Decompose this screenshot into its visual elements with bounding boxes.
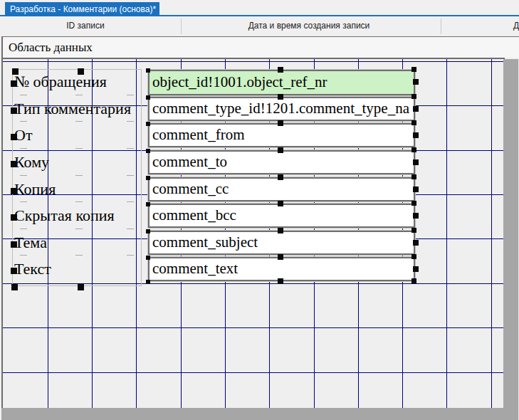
field-selection-handle[interactable] [413, 266, 419, 272]
column-header-clipped[interactable]: Д [513, 21, 519, 31]
label-outline-tick[interactable] [75, 229, 83, 229]
label-selection-handle[interactable] [11, 241, 17, 248]
label-outline-tick[interactable] [75, 95, 83, 95]
label-panel-handle[interactable] [78, 284, 84, 290]
field-selection-handle[interactable] [278, 67, 283, 73]
field-selection-handle[interactable] [146, 229, 150, 233]
field-selection-handle[interactable] [411, 94, 416, 99]
label-outline-tick[interactable] [20, 121, 27, 122]
field-comment-subject[interactable]: comment_subject [148, 231, 415, 255]
field-comment-bcc[interactable]: comment_bcc [148, 204, 415, 228]
field-selection-handle[interactable] [146, 149, 150, 153]
form-designer-window: Разработка - Комментарии (основа)* ID за… [0, 0, 519, 420]
field-selection-handle[interactable] [413, 213, 419, 219]
column-header-record-created[interactable]: Дата и время создания записи [202, 21, 416, 31]
tab-underline [0, 15, 519, 16]
field-selection-handle[interactable] [411, 147, 416, 152]
data-area-title: Область данных [1, 36, 519, 58]
label-selection-handle[interactable] [11, 107, 17, 114]
label-outline-tick[interactable] [75, 121, 83, 122]
field-selection-handle[interactable] [413, 159, 419, 165]
grid-line-horizontal [3, 372, 505, 373]
field-selection-handle[interactable] [146, 68, 150, 73]
field-selection-handle[interactable] [413, 106, 419, 112]
label-panel-handle[interactable] [78, 68, 84, 75]
field-selection-handle[interactable] [413, 79, 419, 85]
field-selection-handle[interactable] [413, 187, 419, 192]
grid-line-horizontal [3, 327, 505, 328]
field-label[interactable]: Кому [14, 152, 141, 173]
field-selection-handle[interactable] [411, 67, 416, 72]
field-comment-to[interactable]: comment_to [148, 150, 415, 174]
field-label[interactable]: Текст [14, 258, 141, 280]
field-selection-handle[interactable] [411, 278, 416, 283]
label-selection-handle[interactable] [11, 268, 17, 274]
label-outline-tick[interactable] [20, 201, 27, 202]
field-selection-handle[interactable] [278, 228, 283, 233]
field-comment-cc[interactable]: comment_cc [148, 177, 415, 201]
field-selection-handle[interactable] [146, 176, 150, 180]
label-outline-tick[interactable] [20, 148, 27, 149]
grid-line-horizontal [3, 61, 505, 62]
grid-line-vertical [446, 59, 447, 408]
label-outline-tick[interactable] [75, 255, 83, 256]
field-selection-handle[interactable] [146, 95, 150, 100]
horizontal-scrollbar[interactable] [1, 408, 519, 420]
column-separator-1 [181, 19, 182, 34]
label-outline-tick[interactable] [127, 201, 134, 202]
field-label[interactable]: Тип комментария [14, 98, 141, 120]
field-selection-handle[interactable] [411, 120, 416, 125]
field-label[interactable]: Копия [14, 179, 141, 200]
label-outline-tick[interactable] [127, 175, 134, 176]
field-selection-handle[interactable] [411, 228, 416, 233]
field-comment-from[interactable]: comment_from [148, 123, 415, 147]
label-outline-tick[interactable] [127, 255, 134, 256]
label-outline-tick[interactable] [75, 201, 83, 202]
label-panel-handle[interactable] [12, 68, 19, 75]
field-selection-handle[interactable] [278, 120, 283, 126]
label-outline-tick[interactable] [20, 95, 27, 95]
field-selection-handle[interactable] [278, 278, 283, 284]
field-selection-handle[interactable] [146, 202, 150, 206]
label-outline-tick[interactable] [20, 255, 27, 256]
label-selection-handle[interactable] [11, 214, 17, 221]
field-label[interactable]: От [14, 125, 141, 146]
field-comment-type[interactable]: comment_type_id!1201.comment_type_na [148, 97, 415, 121]
label-outline-tick[interactable] [127, 95, 134, 95]
label-outline-tick[interactable] [75, 148, 83, 149]
label-outline-tick[interactable] [127, 148, 134, 149]
field-selection-handle[interactable] [411, 174, 416, 179]
field-object-ref-nr[interactable]: object_id!1001.object_ref_nr [148, 70, 415, 95]
label-selection-handle[interactable] [11, 80, 17, 87]
field-selection-handle[interactable] [411, 201, 416, 206]
label-selection-handle[interactable] [11, 134, 17, 140]
label-selection-handle[interactable] [11, 188, 17, 194]
field-selection-handle[interactable] [413, 240, 419, 246]
label-outline-tick[interactable] [20, 229, 27, 229]
label-outline-tick[interactable] [127, 121, 134, 122]
field-selection-handle[interactable] [278, 254, 283, 260]
field-selection-handle[interactable] [278, 201, 283, 206]
field-selection-handle[interactable] [146, 122, 150, 126]
column-separator-2 [441, 19, 441, 34]
field-label[interactable]: Скрытая копия [14, 205, 141, 226]
grid-line-vertical [491, 59, 492, 408]
field-selection-handle[interactable] [278, 147, 283, 153]
field-selection-handle[interactable] [278, 174, 283, 180]
field-comment-text[interactable]: comment_text [148, 257, 415, 281]
vertical-scrollbar[interactable] [503, 59, 518, 408]
label-panel-handle[interactable] [11, 284, 18, 290]
label-outline-tick[interactable] [20, 175, 27, 176]
label-outline-tick[interactable] [75, 175, 83, 176]
tab-development-comments[interactable]: Разработка - Комментарии (основа)* [5, 2, 159, 16]
field-selection-handle[interactable] [411, 254, 416, 259]
label-selection-handle[interactable] [11, 161, 17, 167]
column-header-record-id[interactable]: ID записи [43, 21, 128, 31]
label-outline-tick[interactable] [127, 229, 134, 229]
field-selection-handle[interactable] [278, 94, 283, 100]
field-selection-handle[interactable] [413, 132, 419, 138]
field-selection-handle[interactable] [146, 280, 150, 284]
field-selection-handle[interactable] [146, 256, 150, 260]
field-label[interactable]: Тема [14, 232, 141, 253]
